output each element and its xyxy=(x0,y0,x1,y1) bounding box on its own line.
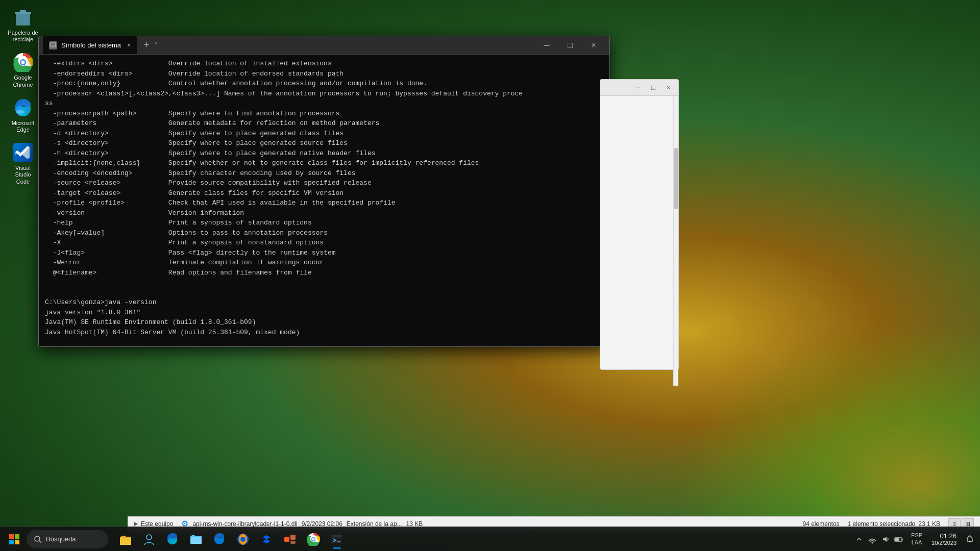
taskbar-app-edge2[interactable] xyxy=(208,528,231,550)
terminal-line: -implicit:{none,class} Specify whether o… xyxy=(45,158,603,168)
svg-rect-3 xyxy=(24,15,26,24)
terminal-line: -encoding <encoding> Specify character e… xyxy=(45,168,603,179)
volume-icon[interactable] xyxy=(879,533,892,545)
svg-point-25 xyxy=(240,537,246,542)
recycle-bin-label: Papelera de reciclaje xyxy=(7,30,39,43)
desktop-glow xyxy=(674,322,980,527)
terminal-maximize-btn[interactable]: □ xyxy=(558,37,582,54)
language-indicator[interactable]: ESP LAA xyxy=(909,532,924,545)
svg-rect-21 xyxy=(120,537,131,545)
taskbar-app-firefox[interactable] xyxy=(232,528,254,550)
terminal-line: -d <directory> Specify where to place ge… xyxy=(45,129,603,139)
desktop-icons: Papelera de reciclaje GoogleChrome xyxy=(5,5,41,187)
taskbar-time[interactable]: 01:26 10/2/2023 xyxy=(928,532,960,546)
taskbar-app-folders[interactable] xyxy=(185,528,207,550)
terminal-line xyxy=(45,337,603,346)
svg-rect-18 xyxy=(15,540,19,544)
svg-rect-39 xyxy=(895,538,899,541)
terminal-close-btn[interactable]: × xyxy=(582,37,605,54)
terminal-line: -processor <class1>[,<class2>,<class3>..… xyxy=(45,89,603,99)
terminal-line: -help Print a synopsis of standard optio… xyxy=(45,218,603,228)
lang-subtext: LAA xyxy=(912,539,922,546)
vscode-label: Visual StudioCode xyxy=(7,165,39,185)
svg-rect-16 xyxy=(15,534,19,539)
desktop-icon-edge[interactable]: MicrosoftEdge xyxy=(5,95,41,135)
terminal-minimize-btn[interactable]: ─ xyxy=(535,37,558,54)
file-explorer-window: ─ □ × xyxy=(600,79,679,370)
svg-rect-27 xyxy=(290,535,296,540)
terminal-line: -endorseddirs <dirs> Override location o… xyxy=(45,69,603,79)
fe-minimize-btn[interactable]: ─ xyxy=(630,81,646,95)
battery-icon[interactable] xyxy=(893,533,905,545)
svg-rect-17 xyxy=(9,540,14,544)
desktop-icon-chrome[interactable]: GoogleChrome xyxy=(5,50,41,90)
svg-rect-23 xyxy=(190,536,202,544)
terminal-dropdown-btn[interactable]: ˅ xyxy=(155,42,158,49)
terminal-line: -h <directory> Specify where to place ge… xyxy=(45,148,603,159)
desktop: Papelera de reciclaje GoogleChrome xyxy=(0,0,980,551)
file-explorer-titlebar: ─ □ × xyxy=(600,80,678,96)
taskbar-app-dropbox[interactable] xyxy=(255,528,278,550)
svg-rect-26 xyxy=(284,537,289,542)
terminal-line: -X Print a synopsis of nonstandard optio… xyxy=(45,238,603,248)
taskbar-app-chrome[interactable] xyxy=(302,528,325,550)
desktop-icon-vscode[interactable]: Visual StudioCode xyxy=(5,140,41,187)
terminal-tab-title: Símbolo del sistema xyxy=(61,41,121,49)
terminal-tab[interactable]: Símbolo del sistema × xyxy=(43,36,137,54)
svg-rect-2 xyxy=(21,15,22,24)
notification-btn[interactable] xyxy=(964,533,976,545)
recycle-bin-icon xyxy=(13,7,33,28)
taskbar-app-8[interactable] xyxy=(279,528,301,550)
notification-area xyxy=(853,533,905,545)
terminal-line: -Werror Terminate compilation if warning… xyxy=(45,258,603,268)
terminal-line: -extdirs <dirs> Override location of ins… xyxy=(45,59,603,69)
edge-label: MicrosoftEdge xyxy=(12,120,35,133)
taskbar-app-terminal[interactable] xyxy=(326,528,348,550)
taskbar-search[interactable]: Búsqueda xyxy=(27,530,108,548)
svg-rect-28 xyxy=(290,541,296,544)
terminal-controls-left: + ˅ xyxy=(141,40,158,51)
taskbar-app-edge[interactable] xyxy=(161,528,184,550)
svg-rect-4 xyxy=(27,15,28,24)
edge-icon xyxy=(13,97,33,118)
terminal-tab-close-btn[interactable]: × xyxy=(127,42,131,49)
show-hidden-icons-btn[interactable] xyxy=(853,533,865,545)
desktop-icon-recycle-bin[interactable]: Papelera de reciclaje xyxy=(5,5,41,45)
taskbar-app-file-explorer[interactable] xyxy=(114,528,137,550)
svg-rect-14 xyxy=(51,43,56,47)
terminal-line xyxy=(45,278,603,288)
svg-rect-6 xyxy=(20,10,26,12)
svg-rect-1 xyxy=(18,15,19,24)
terminal-window-controls: ─ □ × xyxy=(535,37,605,54)
taskbar-apps xyxy=(114,528,348,550)
terminal-line: -Akey[=value] Options to pass to annotat… xyxy=(45,228,603,238)
terminal-line: ss xyxy=(45,98,603,109)
fe-close-btn[interactable]: × xyxy=(661,81,676,95)
svg-point-22 xyxy=(146,535,152,540)
fe-maximize-btn[interactable]: □ xyxy=(646,81,661,95)
terminal-line: -parameters Generate metadata for reflec… xyxy=(45,118,603,129)
terminal-line: -proc:{none,only} Control whether annota… xyxy=(45,79,603,89)
terminal-line: -target <release> Generate class files f… xyxy=(45,188,603,198)
start-button[interactable] xyxy=(4,529,24,549)
file-explorer-scrollbar[interactable] xyxy=(673,96,678,386)
time-display: 01:26 xyxy=(940,532,957,540)
svg-point-19 xyxy=(35,536,40,541)
svg-point-11 xyxy=(21,61,25,64)
chrome-icon xyxy=(13,52,33,72)
terminal-prompt-java: C:\Users\gonza>java -version xyxy=(45,297,603,308)
terminal-line: @<filename> Read options and filenames f… xyxy=(45,268,603,278)
taskbar-app-cortana[interactable] xyxy=(138,528,160,550)
svg-rect-15 xyxy=(9,534,14,539)
terminal-line: -version Version information xyxy=(45,208,603,218)
vscode-icon xyxy=(13,142,33,163)
svg-point-36 xyxy=(872,542,873,543)
search-label: Búsqueda xyxy=(46,535,76,543)
terminal-new-tab-btn[interactable]: + xyxy=(141,40,153,51)
network-icon[interactable] xyxy=(866,533,878,545)
terminal-line: -processorpath <path> Specify where to f… xyxy=(45,109,603,119)
terminal-output-version: java version "1.8.0_361" xyxy=(45,308,603,318)
terminal-titlebar: Símbolo del sistema × + ˅ ─ □ × xyxy=(39,36,609,55)
terminal-tab-icon xyxy=(49,41,57,49)
svg-rect-38 xyxy=(902,539,903,540)
